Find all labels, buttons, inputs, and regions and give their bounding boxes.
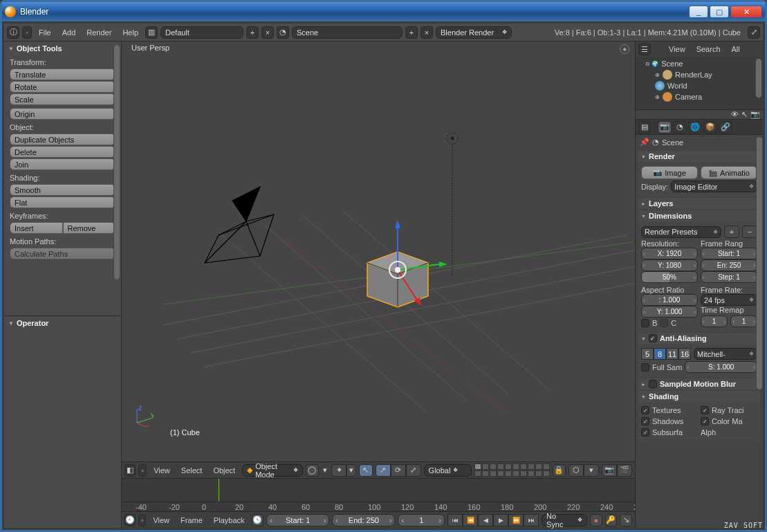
frame-end-field[interactable]: End: 250 (332, 514, 395, 526)
keyframe-insert-button[interactable]: Insert (10, 222, 63, 234)
keyframe-next-icon[interactable]: ⏩ (508, 514, 524, 526)
manip-translate-icon[interactable]: ↗ (376, 464, 391, 477)
editor-type-properties-icon[interactable]: ▤ (638, 121, 651, 134)
jump-last-icon[interactable]: ⏭ (524, 514, 539, 526)
manip-rotate-icon[interactable]: ⟳ (391, 464, 406, 477)
editor-type-info-icon[interactable]: ⓘ (7, 26, 19, 39)
translate-button[interactable]: Translate (10, 68, 115, 80)
full-sample-checkbox[interactable] (641, 363, 649, 372)
antialias-panel-header[interactable]: Anti-Aliasing (638, 333, 760, 344)
view3d-menu-view[interactable]: View (149, 465, 174, 476)
collapse-icon[interactable]: ◦ (22, 26, 32, 39)
editor-type-timeline-icon[interactable]: 🕘 (124, 514, 136, 526)
sync-dropdown[interactable]: No Sync❖ (542, 514, 587, 526)
preset-remove-icon[interactable]: − (742, 226, 757, 238)
menu-add[interactable]: Add (58, 27, 80, 38)
aa-filter-dropdown[interactable]: Mitchell- (694, 348, 757, 360)
jump-first-icon[interactable]: ⏮ (447, 514, 463, 526)
tl-menu-view[interactable]: View (149, 515, 174, 526)
timeline-ruler[interactable]: -40-200204060801001201401601802002202402… (122, 502, 635, 511)
res-x-field[interactable]: X: 1920 (641, 248, 698, 259)
layers-panel-header[interactable]: Layers (638, 198, 760, 209)
aa-samples[interactable]: 581116 (641, 348, 691, 360)
shade-sel-icon[interactable]: ▾ (322, 464, 329, 477)
motion-blur-checkbox[interactable] (649, 380, 657, 388)
frame-start-prop[interactable]: Start: 1 (701, 248, 757, 259)
outliner-menu-view[interactable]: View (665, 44, 690, 55)
keyframe-prev-icon[interactable]: ⏪ (463, 514, 478, 526)
play-icon[interactable]: ▶ (493, 514, 508, 526)
textures-checkbox[interactable] (641, 406, 649, 414)
shading-mode-icon[interactable]: ◯ (306, 464, 319, 477)
render-image-button[interactable]: 📷Image (641, 166, 698, 179)
tl-menu-frame[interactable]: Frame (176, 515, 207, 526)
window-maximize-button[interactable]: ▢ (710, 6, 729, 18)
toolshelf-scrollbar[interactable] (113, 44, 120, 313)
auto-keyframe-icon[interactable]: ● (590, 514, 602, 526)
smooth-button[interactable]: Smooth (10, 184, 115, 196)
properties-scrollbar[interactable] (756, 136, 763, 526)
res-percent-field[interactable]: 50% (641, 271, 698, 283)
outliner-item[interactable]: Camera (675, 93, 702, 101)
scene-add-icon[interactable]: + (405, 26, 418, 39)
render-engine-dropdown[interactable]: Blender Render❖ (436, 26, 512, 39)
manipulator-toggle-icon[interactable]: ↖ (359, 464, 372, 477)
use-preview-range-icon[interactable]: 🕓 (252, 514, 264, 526)
frame-step-prop[interactable]: Step: 1 (701, 271, 757, 283)
scene-del-icon[interactable]: × (421, 26, 433, 39)
frame-start-field[interactable]: Start: 1 (266, 514, 329, 526)
render-animation-button[interactable]: 🎬Animatio (701, 166, 757, 179)
object-tools-header[interactable]: Object Tools (4, 42, 121, 55)
keying-set-icon[interactable]: 🔑 (605, 514, 618, 526)
tl-collapse-icon[interactable]: ◦ (138, 514, 146, 526)
shading-panel-header[interactable]: Shading (638, 391, 760, 402)
constraint-tab-icon[interactable]: 🔗 (719, 121, 732, 134)
remap-new-field[interactable]: 1 (730, 315, 757, 327)
selectable-toggle-icon[interactable]: ↖ (741, 110, 748, 119)
outliner-menu-search[interactable]: Search (692, 44, 725, 55)
screen-layout-icon[interactable]: ▥ (145, 26, 158, 39)
scale-button[interactable]: Scale (10, 93, 115, 105)
manip-scale-icon[interactable]: ⤢ (406, 464, 421, 477)
render-preview-icon[interactable]: 📷 (602, 464, 617, 477)
outliner-item[interactable]: World (667, 82, 687, 90)
fps-dropdown[interactable]: 24 fps (701, 294, 757, 306)
flat-button[interactable]: Flat (10, 196, 115, 208)
timeline-track[interactable] (122, 479, 635, 502)
delete-button[interactable]: Delete (10, 146, 115, 158)
display-dropdown[interactable]: Image Editor (671, 181, 757, 192)
playhead[interactable] (219, 479, 219, 502)
shadows-checkbox[interactable] (641, 417, 649, 425)
scene-dropdown[interactable]: Scene (292, 26, 403, 39)
back-to-previous-icon[interactable]: ⤢ (748, 26, 760, 39)
screen-layout-dropdown[interactable]: Default (160, 26, 243, 39)
render-anim-icon[interactable]: 🎬 (617, 464, 632, 477)
pin-icon[interactable]: 📌 (640, 138, 649, 147)
mode-dropdown[interactable]: ◆Object Mode❖ (242, 464, 303, 477)
aspect-x-field[interactable]: : 1.000 (641, 294, 698, 306)
collapse-menu-icon[interactable]: ◦ (138, 464, 147, 477)
frame-end-prop[interactable]: En: 250 (701, 259, 757, 271)
outliner-filter-all[interactable]: All (728, 44, 744, 55)
motion-blur-panel-header[interactable]: Sampled Motion Blur (638, 378, 760, 389)
rotate-button[interactable]: Rotate (10, 81, 115, 93)
editor-type-3dview-icon[interactable]: ◧ (124, 464, 136, 477)
aa-size-field[interactable]: S: 1.000 (685, 361, 757, 373)
snap-type-icon[interactable]: ▾ (584, 464, 599, 477)
visibility-toggle-icon[interactable]: 👁 (731, 110, 739, 119)
operator-header[interactable]: Operator (4, 316, 121, 330)
calculate-paths-button[interactable]: Calculate Paths (10, 248, 115, 259)
menu-help[interactable]: Help (118, 27, 142, 38)
layout-add-icon[interactable]: + (246, 26, 259, 39)
window-close-button[interactable]: ✕ (730, 6, 762, 18)
view3d-menu-object[interactable]: Object (209, 465, 239, 476)
layout-del-icon[interactable]: × (261, 26, 274, 39)
scene-icon[interactable]: ◔ (277, 26, 289, 39)
outliner-scrollbar[interactable] (755, 58, 762, 98)
layer-buttons[interactable] (474, 464, 550, 477)
3d-viewport[interactable]: User Persp ✦ (122, 42, 635, 461)
keyframe-remove-button[interactable]: Remove (63, 222, 116, 234)
editor-type-outliner-icon[interactable]: ☰ (638, 43, 651, 55)
outliner-item[interactable]: Scene (661, 59, 683, 68)
lock-camera-icon[interactable]: 🔒 (553, 464, 566, 477)
